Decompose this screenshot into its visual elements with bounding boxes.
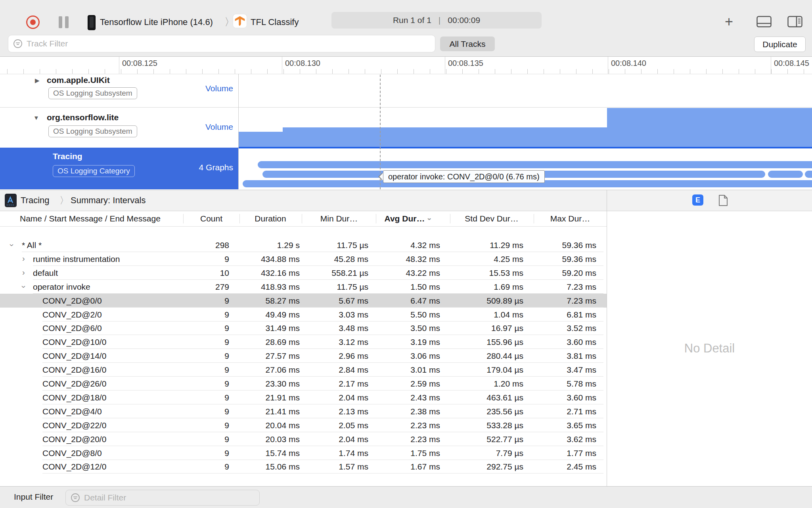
table-row[interactable]: CONV_2D@26/0923.30 ms2.17 ms2.59 ms1.20 … (0, 377, 607, 391)
extension-detail-button[interactable]: E (692, 194, 703, 206)
intervals-summary-table: Name / Start Message / End Message Count… (0, 211, 607, 486)
row-cell-max: 6.81 ms (0, 308, 596, 321)
ruler-tick-label: 00:08.135 (448, 59, 483, 68)
document-icon[interactable] (718, 194, 728, 208)
run-divider: | (439, 15, 440, 25)
volume-baseline (238, 147, 812, 148)
table-row[interactable]: CONV_2D@22/0920.04 ms2.05 ms2.23 ms533.2… (0, 418, 607, 432)
track-title: org.tensorflow.lite (47, 113, 119, 122)
table-row[interactable]: CONV_2D@6/0931.49 ms3.48 ms3.50 ms16.97 … (0, 321, 607, 335)
tensorflow-app-icon (233, 14, 247, 28)
row-cell-max: 3.52 ms (0, 321, 596, 335)
interval-bar[interactable] (258, 161, 812, 168)
volume-area-segment (283, 127, 607, 147)
track-meta-volume[interactable]: Volume (205, 122, 233, 132)
volume-area-segment (607, 108, 812, 147)
pane-divider[interactable] (607, 190, 607, 486)
row-separator (42, 473, 603, 473)
disclosure-expanded-icon[interactable]: ▼ (33, 114, 39, 121)
record-button[interactable] (26, 15, 40, 29)
breadcrumb-page[interactable]: Summary: Intervals (71, 195, 146, 206)
track-meta-graphs[interactable]: 4 Graphs (199, 163, 233, 172)
toggle-bottom-pane-button[interactable] (756, 16, 772, 29)
playhead-line[interactable] (380, 75, 381, 189)
track-badge: OS Logging Subsystem (48, 125, 137, 137)
table-row[interactable]: CONV_2D@16/0927.06 ms2.84 ms3.01 ms179.0… (0, 363, 607, 377)
row-cell-max: 3.62 ms (0, 432, 596, 446)
interval-bar[interactable] (768, 171, 803, 178)
interval-bar[interactable] (805, 171, 812, 178)
table-row[interactable]: CONV_2D@2/0949.49 ms3.03 ms5.50 ms1.04 m… (0, 308, 607, 321)
col-header-name[interactable]: Name / Start Message / End Message (20, 211, 161, 226)
table-row[interactable]: ›operator invoke279418.93 ms11.75 µs1.50… (0, 280, 607, 294)
table-row[interactable]: ›runtime instrumentation9434.88 ms45.28 … (0, 252, 607, 266)
row-cell-max: 7.23 ms (0, 294, 596, 308)
filter-icon (13, 39, 23, 48)
add-instrument-button[interactable]: + (725, 13, 733, 30)
track-filter-input[interactable]: Track Filter (8, 35, 435, 52)
table-row[interactable]: CONV_2D@12/0915.06 ms1.57 ms1.67 ms292.7… (0, 460, 607, 473)
pause-icon[interactable] (59, 16, 62, 28)
row-cell-max: 2.45 ms (0, 460, 596, 473)
table-row[interactable]: CONV_2D@8/0915.74 ms1.74 ms1.75 ms7.79 µ… (0, 446, 607, 460)
ruler-tick-line (608, 57, 608, 74)
col-header-duration[interactable]: Duration (255, 211, 286, 226)
track-header-tensorflow[interactable]: ▼ org.tensorflow.lite OS Logging Subsyst… (0, 107, 238, 148)
timeline-ruler[interactable]: 00:08.12500:08.13000:08.13500:08.14000:0… (0, 57, 812, 74)
iphone-device-icon (88, 15, 96, 30)
run-label: Run 1 of 1 (393, 15, 431, 25)
track-badge: OS Logging Category (53, 165, 135, 177)
toggle-right-pane-button[interactable] (787, 16, 802, 29)
col-header-avg-sorted[interactable]: Avg Dur…› (385, 211, 431, 226)
disclosure-collapsed-icon[interactable]: ▶ (35, 77, 40, 84)
device-selector[interactable]: Tensorflow Lite iPhone (14.6) (100, 17, 213, 27)
table-row[interactable]: CONV_2D@4/0921.41 ms2.13 ms2.38 ms235.56… (0, 404, 607, 418)
ruler-tick-label: 00:08.145 (774, 59, 809, 68)
sort-chevron-icon: › (422, 218, 437, 220)
no-detail-text: No Detail (607, 341, 812, 356)
instruments-window: Tensorflow Lite iPhone (14.6) 〉 TFL Clas… (0, 0, 812, 508)
col-header-stddev[interactable]: Std Dev Dur… (465, 211, 518, 226)
col-header-max[interactable]: Max Dur… (550, 211, 590, 226)
track-header-divider (238, 74, 239, 189)
app-selector[interactable]: TFL Classify (251, 17, 299, 27)
input-filter-label: Input Filter (14, 492, 53, 502)
table-row[interactable]: CONV_2D@14/0927.57 ms2.96 ms3.06 ms280.4… (0, 349, 607, 363)
breadcrumb-root[interactable]: Tracing (21, 195, 50, 206)
col-header-min[interactable]: Min Dur… (320, 211, 358, 226)
ruler-tick-label: 00:08.130 (285, 59, 320, 68)
track-header-tracing-selected[interactable]: Tracing OS Logging Category 4 Graphs (0, 148, 238, 189)
ruler-tick-line (282, 57, 282, 74)
filter-icon (71, 493, 80, 502)
table-row[interactable]: ›* All *2981.29 s11.75 µs4.32 ms11.29 ms… (0, 238, 607, 252)
ruler-tick-line (771, 57, 771, 74)
track-filter-placeholder: Track Filter (27, 39, 68, 48)
all-tracks-button[interactable]: All Tracks (440, 37, 495, 51)
track-header-uikit[interactable]: ▶ com.apple.UIKit OS Logging Subsystem V… (0, 74, 238, 107)
table-row[interactable]: CONV_2D@10/0928.69 ms3.12 ms3.19 ms155.9… (0, 335, 607, 349)
pause-icon[interactable] (65, 16, 69, 28)
duplicate-button[interactable]: Duplicate (754, 37, 806, 52)
interval-tooltip: operator invoke: CONV_2D@0/0 (6.76 ms) (383, 170, 545, 183)
detail-filter-input[interactable]: Detail Filter (65, 490, 260, 506)
ruler-tick-label: 00:08.125 (122, 59, 157, 68)
row-cell-max: 3.47 ms (0, 363, 596, 377)
ruler-tick-label: 00:08.140 (611, 59, 646, 68)
table-row[interactable]: CONV_2D@18/0921.91 ms2.04 ms2.43 ms463.6… (0, 391, 607, 404)
chevron-right-icon: 〉 (59, 194, 69, 207)
bottom-filter-bar: Input Filter Detail Filter (0, 486, 812, 508)
row-cell-max: 7.23 ms (0, 280, 596, 294)
table-header: Name / Start Message / End Message Count… (0, 211, 607, 227)
run-time: 00:00:09 (448, 15, 480, 25)
col-header-count[interactable]: Count (200, 211, 222, 226)
track-badge: OS Logging Subsystem (48, 87, 137, 99)
table-row[interactable]: CONV_2D@20/0920.03 ms2.04 ms2.23 ms522.7… (0, 432, 607, 446)
detail-header-bar: Tracing 〉 Summary: Intervals E (0, 190, 812, 211)
track-meta-volume[interactable]: Volume (205, 84, 233, 93)
volume-area-segment (238, 132, 283, 147)
table-row[interactable]: ›default10432.16 ms558.21 µs43.22 ms15.5… (0, 266, 607, 280)
table-row[interactable]: CONV_2D@0/0958.27 ms5.67 ms6.47 ms509.89… (0, 294, 607, 308)
row-cell-max: 59.20 ms (0, 266, 596, 280)
detail-filter-placeholder: Detail Filter (84, 493, 126, 502)
track-title: Tracing (53, 152, 82, 161)
